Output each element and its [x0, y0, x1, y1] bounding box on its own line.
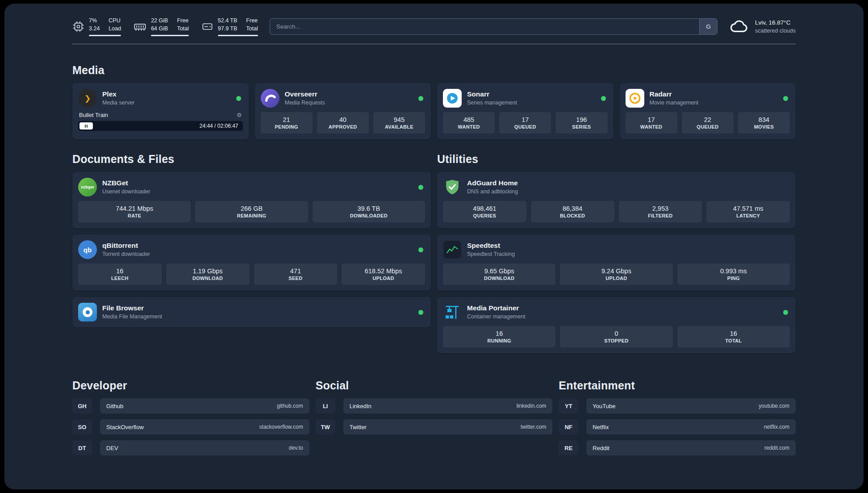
service-card-sonarr[interactable]: Sonarr Series management 485 WANTED 17 Q… [437, 83, 613, 139]
memory-usage-bar [151, 35, 189, 36]
service-card-plex[interactable]: ❯ Plex Media server Bullet Train ⚙ 24:44… [72, 83, 249, 139]
stat-tile: 9.24 Gbps UPLOAD [560, 263, 672, 285]
pause-button[interactable] [79, 122, 93, 130]
bookmark-twitter[interactable]: TW Twitter twitter.com [316, 419, 553, 435]
radarr-icon [626, 89, 644, 108]
gear-icon[interactable]: ⚙ [237, 112, 242, 118]
cpu-chip-icon [72, 21, 84, 33]
overseerr-icon [261, 89, 280, 108]
status-online-dot [783, 310, 788, 315]
stat-tile: 196 SERIES [555, 112, 607, 134]
service-title: File Browser [102, 304, 413, 312]
bookmark-reddit[interactable]: RE Reddit reddit.com [559, 440, 796, 455]
playback-progress-bar[interactable]: 24:44 / 02:06:47 [78, 121, 243, 131]
status-online-dot [418, 185, 423, 190]
stat-tile: 2,953 FILTERED [619, 201, 702, 222]
bookmark-linkedin[interactable]: LI LinkedIn linkedin.com [316, 398, 553, 414]
status-online-dot [418, 310, 423, 315]
stat-tile: 86,384 BLOCKED [531, 201, 614, 222]
section-entertainment: Entertainment YT YouTube youtube.com NF … [559, 379, 796, 455]
service-card-adguard[interactable]: AdGuard Home DNS and adblocking 498,461 … [437, 172, 796, 228]
section-title-documents: Documents & Files [72, 153, 431, 166]
memory-total-value: 64 GiB [151, 25, 168, 33]
bookmark-link[interactable]: Netflix netflix.com [586, 419, 796, 435]
service-title: AdGuard Home [467, 179, 790, 187]
header-divider [72, 44, 796, 44]
service-card-filebrowser[interactable]: File Browser Media File Management [72, 297, 431, 327]
stat-tile: 40 APPROVED [317, 112, 369, 134]
bookmark-link[interactable]: StackOverflow stackoverflow.com [100, 419, 309, 435]
section-title-utilities: Utilities [437, 153, 796, 166]
cpu-usage-bar [89, 35, 121, 36]
bookmark-abbr: GH [72, 398, 92, 414]
section-documents: Documents & Files nzbget NZBGet Usenet d… [72, 153, 431, 327]
disk-usage-bar [218, 35, 258, 36]
service-title: Radarr [650, 90, 778, 98]
bookmark-abbr: NF [559, 419, 578, 435]
disk-total-value: 97.9 TB [218, 25, 238, 33]
service-subtitle: Usenet downloader [102, 188, 413, 196]
disk-drive-icon [201, 21, 213, 33]
search-bar: G [270, 18, 718, 35]
bookmark-link[interactable]: YouTube youtube.com [586, 398, 796, 414]
bookmark-link[interactable]: Github github.com [100, 398, 309, 414]
service-title: Plex [102, 90, 231, 98]
service-card-overseerr[interactable]: Overseerr Media Requests 21 PENDING 40 A… [255, 83, 431, 139]
cpu-caption-1: CPU [108, 17, 121, 25]
adguard-shield-icon [443, 178, 462, 196]
stat-tile: 618.52 Mbps UPLOAD [342, 263, 425, 285]
memory-caption-2: Total [177, 25, 188, 33]
bookmark-link[interactable]: LinkedIn linkedin.com [343, 398, 553, 414]
service-subtitle: Series management [467, 99, 596, 107]
cloud-icon [729, 18, 750, 35]
stat-tile: 22 QUEUED [682, 112, 734, 134]
service-card-radarr[interactable]: Radarr Movie management 17 WANTED 22 QUE… [620, 83, 796, 139]
stat-tile: 485 WANTED [443, 112, 495, 134]
service-subtitle: Media File Management [102, 313, 413, 321]
bookmark-link[interactable]: Twitter twitter.com [343, 419, 553, 435]
service-card-nzbget[interactable]: nzbget NZBGet Usenet downloader 744.21 M… [72, 172, 431, 228]
bookmark-abbr: LI [316, 398, 335, 414]
bookmark-dev[interactable]: DT DEV dev.to [72, 440, 309, 455]
plex-icon: ❯ [78, 89, 97, 108]
cpu-caption-2: Load [108, 25, 121, 33]
bookmark-youtube[interactable]: YT YouTube youtube.com [559, 398, 796, 414]
bookmark-abbr: YT [559, 398, 578, 414]
bookmark-stackoverflow[interactable]: SO StackOverflow stackoverflow.com [72, 419, 309, 435]
search-input[interactable] [270, 18, 718, 35]
bookmark-github[interactable]: GH Github github.com [72, 398, 309, 414]
stat-tile: 498,461 QUERIES [443, 201, 526, 222]
service-title: NZBGet [102, 179, 413, 187]
search-engine-button[interactable]: G [699, 19, 717, 34]
section-title-media: Media [72, 64, 796, 77]
cpu-widget: 7% 3.24 CPU Load [72, 17, 121, 36]
memory-free-value: 22 GiB [151, 17, 168, 25]
memory-ram-icon [134, 20, 146, 33]
stat-tile: 17 QUEUED [499, 112, 551, 134]
bookmark-link[interactable]: DEV dev.to [100, 440, 309, 455]
service-subtitle: Movie management [650, 99, 778, 107]
bookmark-link[interactable]: Reddit reddit.com [586, 440, 796, 455]
cpu-percent: 7% [89, 17, 100, 25]
service-title: Sonarr [467, 90, 596, 98]
service-card-speedtest[interactable]: Speedtest Speedtest Tracking 9.65 Gbps D… [437, 234, 796, 291]
status-online-dot [418, 96, 423, 101]
stat-tile: 9.65 Gbps DOWNLOAD [443, 263, 555, 285]
nzbget-icon: nzbget [78, 178, 97, 196]
service-subtitle: Container management [467, 313, 778, 321]
stat-tile: 266 GB REMAINING [195, 201, 308, 222]
top-bar: 7% 3.24 CPU Load [72, 17, 796, 36]
service-card-portainer[interactable]: Media Portainer Container management 16 … [437, 297, 796, 353]
service-title: qBittorrent [102, 241, 413, 250]
now-playing-title: Bullet Train [79, 112, 108, 118]
status-online-dot [601, 96, 606, 101]
bookmark-abbr: DT [72, 440, 92, 455]
disk-caption-2: Total [246, 25, 258, 33]
stat-tile: 47.571 ms LATENCY [706, 201, 790, 222]
bookmark-netflix[interactable]: NF Netflix netflix.com [559, 419, 796, 435]
memory-caption-1: Free [177, 17, 188, 25]
service-card-qbittorrent[interactable]: qb qBittorrent Torrent downloader 16 LEE… [72, 234, 431, 291]
stat-tile: 945 AVAILABLE [373, 112, 425, 134]
stat-tile: 16 LEECH [78, 263, 162, 285]
section-utilities: Utilities AdGuard Home DNS and a [437, 153, 796, 353]
